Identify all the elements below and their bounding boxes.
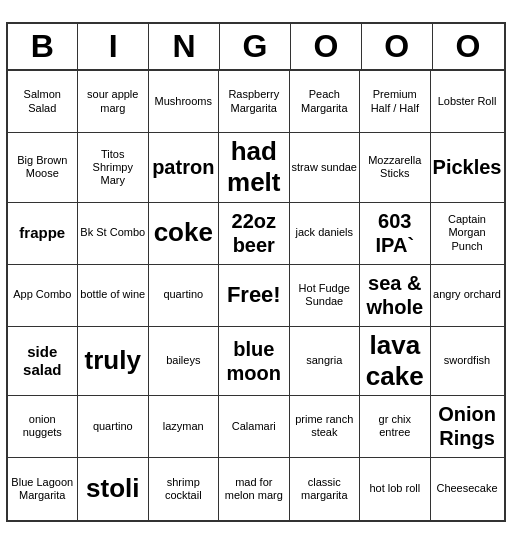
bingo-cell[interactable]: swordfish bbox=[431, 327, 504, 396]
bingo-cell[interactable]: Premium Half / Half bbox=[360, 71, 431, 133]
bingo-cell[interactable]: Free! bbox=[219, 265, 290, 327]
bingo-cell[interactable]: frappe bbox=[8, 203, 79, 265]
bingo-cell[interactable]: side salad bbox=[8, 327, 79, 396]
bingo-cell[interactable]: sangria bbox=[290, 327, 361, 396]
header-letter: O bbox=[433, 24, 504, 69]
bingo-cell[interactable]: quartino bbox=[149, 265, 220, 327]
header-letter: O bbox=[362, 24, 433, 69]
bingo-cell[interactable]: 22oz beer bbox=[219, 203, 290, 265]
bingo-cell[interactable]: coke bbox=[149, 203, 220, 265]
bingo-cell[interactable]: Onion Rings bbox=[431, 396, 504, 458]
bingo-cell[interactable]: patron bbox=[149, 133, 220, 202]
bingo-cell[interactable]: angry orchard bbox=[431, 265, 504, 327]
bingo-card: BINGOOO Salmon Saladsour apple margMushr… bbox=[6, 22, 506, 522]
bingo-cell[interactable]: Lobster Roll bbox=[431, 71, 504, 133]
bingo-cell[interactable]: Cheesecake bbox=[431, 458, 504, 520]
header-row: BINGOOO bbox=[8, 24, 504, 71]
bingo-cell[interactable]: Mushrooms bbox=[149, 71, 220, 133]
header-letter: N bbox=[149, 24, 220, 69]
bingo-cell[interactable]: Salmon Salad bbox=[8, 71, 79, 133]
bingo-cell[interactable]: straw sundae bbox=[290, 133, 361, 202]
bingo-cell[interactable]: had melt bbox=[219, 133, 290, 202]
bingo-cell[interactable]: quartino bbox=[78, 396, 149, 458]
bingo-cell[interactable]: blue moon bbox=[219, 327, 290, 396]
bingo-cell[interactable]: Blue Lagoon Margarita bbox=[8, 458, 79, 520]
header-letter: G bbox=[220, 24, 291, 69]
bingo-cell[interactable]: Captain Morgan Punch bbox=[431, 203, 504, 265]
header-letter: B bbox=[8, 24, 79, 69]
bingo-cell[interactable]: Hot Fudge Sundae bbox=[290, 265, 361, 327]
bingo-cell[interactable]: Calamari bbox=[219, 396, 290, 458]
bingo-cell[interactable]: Peach Margarita bbox=[290, 71, 361, 133]
bingo-cell[interactable]: onion nuggets bbox=[8, 396, 79, 458]
bingo-cell[interactable]: 603 IPA` bbox=[360, 203, 431, 265]
bingo-cell[interactable]: Titos Shrimpy Mary bbox=[78, 133, 149, 202]
bingo-cell[interactable]: App Combo bbox=[8, 265, 79, 327]
bingo-cell[interactable]: gr chix entree bbox=[360, 396, 431, 458]
bingo-cell[interactable]: bottle of wine bbox=[78, 265, 149, 327]
bingo-cell[interactable]: shrimp cocktail bbox=[149, 458, 220, 520]
bingo-cell[interactable]: jack daniels bbox=[290, 203, 361, 265]
bingo-cell[interactable]: truly bbox=[78, 327, 149, 396]
bingo-cell[interactable]: Bk St Combo bbox=[78, 203, 149, 265]
bingo-cell[interactable]: mad for melon marg bbox=[219, 458, 290, 520]
bingo-cell[interactable]: Mozzarella Sticks bbox=[360, 133, 431, 202]
bingo-cell[interactable]: Pickles bbox=[431, 133, 504, 202]
bingo-cell[interactable]: classic margarita bbox=[290, 458, 361, 520]
bingo-cell[interactable]: sour apple marg bbox=[78, 71, 149, 133]
bingo-cell[interactable]: stoli bbox=[78, 458, 149, 520]
bingo-cell[interactable]: sea & whole bbox=[360, 265, 431, 327]
bingo-cell[interactable]: lazyman bbox=[149, 396, 220, 458]
bingo-cell[interactable]: hot lob roll bbox=[360, 458, 431, 520]
bingo-grid: Salmon Saladsour apple margMushroomsRasp… bbox=[8, 71, 504, 520]
bingo-cell[interactable]: Big Brown Moose bbox=[8, 133, 79, 202]
header-letter: I bbox=[78, 24, 149, 69]
bingo-cell[interactable]: prime ranch steak bbox=[290, 396, 361, 458]
header-letter: O bbox=[291, 24, 362, 69]
bingo-cell[interactable]: lava cake bbox=[360, 327, 431, 396]
bingo-cell[interactable]: Raspberry Margarita bbox=[219, 71, 290, 133]
bingo-cell[interactable]: baileys bbox=[149, 327, 220, 396]
